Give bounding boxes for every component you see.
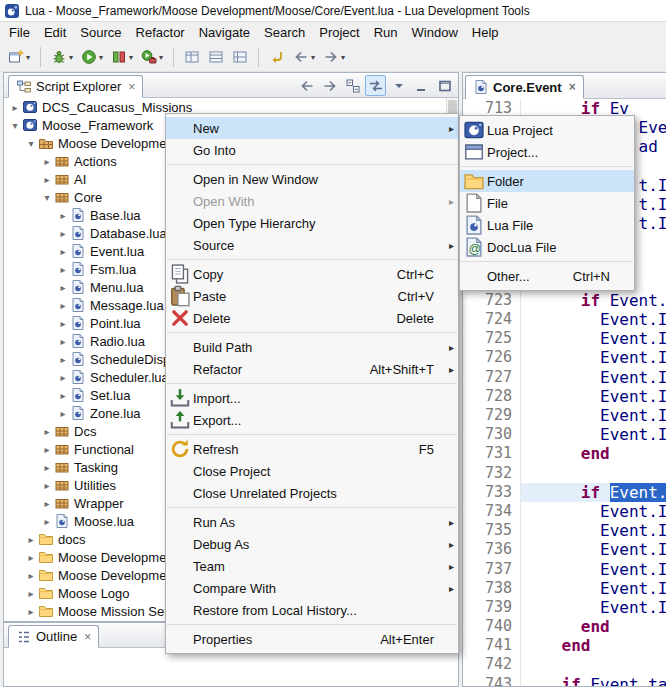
expand-arrow-icon[interactable]: ▸ — [56, 336, 70, 347]
code-line-723[interactable]: 723 if Event. — [463, 291, 666, 310]
dropdown-arrow-icon[interactable]: ▾ — [159, 53, 163, 62]
expand-arrow-icon[interactable]: ▸ — [40, 444, 54, 455]
context-menu-item-open-type-hierarchy[interactable]: Open Type Hierarchy — [166, 212, 458, 234]
menubar-navigate[interactable]: Navigate — [192, 23, 257, 42]
context-menu-item-go-into[interactable]: Go Into — [166, 139, 458, 161]
expand-arrow-icon[interactable]: ▸ — [8, 102, 22, 113]
dropdown-arrow-icon[interactable]: ▾ — [26, 53, 30, 62]
tab-outline[interactable]: Outline × — [8, 625, 99, 648]
expand-arrow-icon[interactable]: ▸ — [40, 516, 54, 527]
coverage-button[interactable]: ▾ — [108, 45, 136, 69]
context-menu-item-team[interactable]: Team▸ — [166, 555, 458, 577]
dropdown-arrow-icon[interactable]: ▾ — [311, 53, 315, 62]
dropdown-arrow-icon[interactable]: ▾ — [69, 53, 73, 62]
view-toggle-c-button[interactable] — [229, 45, 251, 69]
menubar-file[interactable]: File — [2, 23, 37, 42]
dropdown-arrow-icon[interactable]: ▾ — [129, 53, 133, 62]
code-line-737[interactable]: 737 Event.I — [463, 560, 666, 579]
expand-arrow-icon[interactable]: ▸ — [24, 606, 38, 617]
close-icon[interactable]: × — [566, 80, 576, 94]
context-menu-item-refactor[interactable]: RefactorAlt+Shift+T▸ — [166, 358, 458, 380]
context-menu-item-close-unrelated-projects[interactable]: Close Unrelated Projects — [166, 482, 458, 504]
code-line-726[interactable]: 726 Event.I — [463, 348, 666, 367]
code-line-731[interactable]: 731 end — [463, 444, 666, 463]
expand-arrow-icon[interactable]: ▸ — [56, 210, 70, 221]
menubar-project[interactable]: Project — [312, 23, 366, 42]
menubar-window[interactable]: Window — [405, 23, 465, 42]
context-menu-item-copy[interactable]: CopyCtrl+C — [166, 263, 458, 285]
new-wizard-button[interactable]: ▾ — [5, 45, 33, 69]
code-line-728[interactable]: 728 Event.I — [463, 387, 666, 406]
forward-button[interactable] — [319, 75, 340, 96]
expand-arrow-icon[interactable]: ▸ — [56, 264, 70, 275]
new-submenu-item-lua-project[interactable]: Lua Project — [460, 119, 634, 141]
expand-arrow-icon[interactable]: ▸ — [24, 570, 38, 581]
menubar-edit[interactable]: Edit — [37, 23, 73, 42]
expand-arrow-icon[interactable]: ▸ — [24, 534, 38, 545]
context-menu-item-properties[interactable]: PropertiesAlt+Enter — [166, 628, 458, 650]
code-line-742[interactable]: 742 — [463, 655, 666, 674]
external-tools-button[interactable]: ▾ — [138, 45, 166, 69]
expand-arrow-icon[interactable]: ▸ — [56, 228, 70, 239]
new-submenu-item-other[interactable]: Other...Ctrl+N — [460, 265, 634, 287]
context-menu-item-refresh[interactable]: RefreshF5 — [166, 438, 458, 460]
new-submenu-item-doclua-file[interactable]: @DocLua File — [460, 236, 634, 258]
dropdown-arrow-icon[interactable]: ▾ — [99, 53, 103, 62]
expand-arrow-icon[interactable]: ▸ — [56, 282, 70, 293]
expand-arrow-icon[interactable]: ▸ — [56, 246, 70, 257]
code-line-739[interactable]: 739 Event.I — [463, 598, 666, 617]
expand-arrow-icon[interactable]: ▸ — [40, 498, 54, 509]
collapse-all-button[interactable] — [342, 75, 363, 96]
link-editor-button[interactable] — [365, 75, 386, 96]
close-icon[interactable]: × — [81, 630, 91, 644]
back-button[interactable] — [296, 75, 317, 96]
context-menu-item-new[interactable]: New▸ — [166, 117, 458, 139]
debug-button[interactable]: ▾ — [48, 45, 76, 69]
expand-arrow-icon[interactable]: ▸ — [24, 588, 38, 599]
code-line-740[interactable]: 740 end — [463, 617, 666, 636]
code-line-736[interactable]: 736 Event.I — [463, 540, 666, 559]
maximize-button[interactable] — [434, 75, 455, 96]
code-line-743[interactable]: 743 if Event.ta — [463, 675, 666, 686]
code-line-738[interactable]: 738 Event.I — [463, 579, 666, 598]
collapse-arrow-icon[interactable]: ▾ — [40, 192, 54, 203]
context-menu-item-import[interactable]: Import... — [166, 387, 458, 409]
code-line-741[interactable]: 741 end — [463, 636, 666, 655]
context-menu-item-build-path[interactable]: Build Path▸ — [166, 336, 458, 358]
close-icon[interactable]: × — [125, 80, 135, 94]
collapse-arrow-icon[interactable]: ▾ — [24, 138, 38, 149]
tab-script-explorer[interactable]: Script Explorer × — [8, 75, 143, 98]
back-button[interactable]: ▾ — [290, 45, 318, 69]
expand-arrow-icon[interactable]: ▸ — [56, 354, 70, 365]
tab-core-event[interactable]: Core.Event × — [465, 75, 584, 99]
context-menu-item-close-project[interactable]: Close Project — [166, 460, 458, 482]
expand-arrow-icon[interactable]: ▸ — [40, 480, 54, 491]
expand-arrow-icon[interactable]: ▸ — [40, 426, 54, 437]
context-menu-item-restore-from-local-history[interactable]: Restore from Local History... — [166, 599, 458, 621]
expand-arrow-icon[interactable]: ▸ — [56, 408, 70, 419]
menubar-run[interactable]: Run — [367, 23, 405, 42]
expand-arrow-icon[interactable]: ▸ — [40, 462, 54, 473]
expand-arrow-icon[interactable]: ▸ — [40, 174, 54, 185]
context-menu-item-export[interactable]: Export... — [166, 409, 458, 431]
last-edit-button[interactable] — [266, 45, 288, 69]
new-submenu-item-file[interactable]: File — [460, 192, 634, 214]
context-menu-item-open-in-new-window[interactable]: Open in New Window — [166, 168, 458, 190]
code-line-724[interactable]: 724 Event.I — [463, 310, 666, 329]
new-submenu-item-project[interactable]: Project... — [460, 141, 634, 163]
expand-arrow-icon[interactable]: ▸ — [24, 552, 38, 563]
context-menu-item-source[interactable]: Source▸ — [166, 234, 458, 256]
menubar-search[interactable]: Search — [257, 23, 312, 42]
view-toggle-b-button[interactable] — [205, 45, 227, 69]
code-line-735[interactable]: 735 Event.I — [463, 521, 666, 540]
context-menu-item-paste[interactable]: PasteCtrl+V — [166, 285, 458, 307]
code-line-725[interactable]: 725 Event.I — [463, 329, 666, 348]
run-button[interactable]: ▾ — [78, 45, 106, 69]
code-line-734[interactable]: 734 Event.I — [463, 502, 666, 521]
code-line-732[interactable]: 732 — [463, 464, 666, 483]
expand-arrow-icon[interactable]: ▸ — [56, 390, 70, 401]
minimize-button[interactable] — [411, 75, 432, 96]
code-line-730[interactable]: 730 Event.I — [463, 425, 666, 444]
view-toggle-a-button[interactable] — [181, 45, 203, 69]
menubar-source[interactable]: Source — [73, 23, 128, 42]
